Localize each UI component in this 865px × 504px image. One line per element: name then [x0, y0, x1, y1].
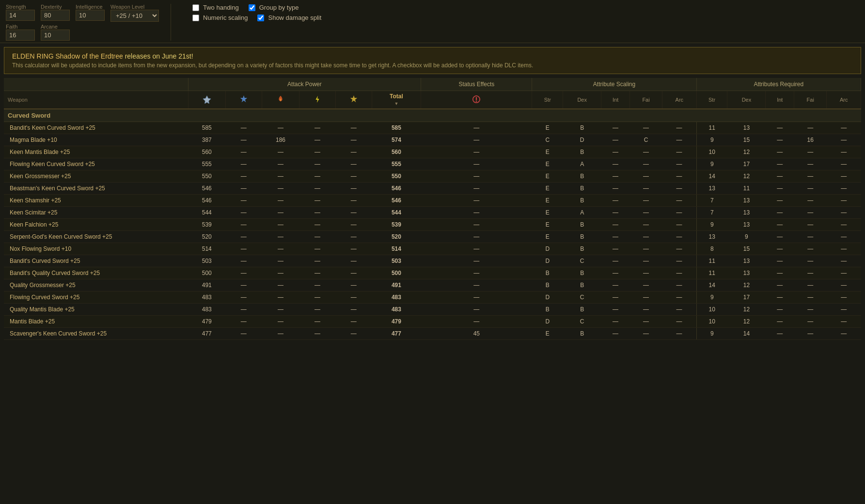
show-damage-split-checkbox-row[interactable]: Show damage split: [257, 14, 321, 21]
req-arc: —: [827, 243, 861, 255]
req-str: 7: [696, 207, 727, 219]
phys-damage: 560: [188, 146, 226, 158]
lght-damage: —: [299, 267, 336, 279]
scaling-dex: B: [563, 267, 601, 279]
req-fai: —: [794, 183, 827, 195]
weapon-name: Scavenger's Keen Curved Sword +25: [4, 328, 188, 340]
req-fai: —: [794, 328, 827, 340]
table-row[interactable]: Flowing Curved Sword +25483————483—DC———…: [4, 291, 861, 304]
phys-damage: 539: [188, 219, 226, 231]
table-row[interactable]: Quality Mantis Blade +25483————483—BB———…: [4, 304, 861, 316]
weapons-table: Attack Power Status Effects Attribute Sc…: [4, 78, 861, 340]
req-int: —: [766, 243, 794, 255]
table-row[interactable]: Serpent-God's Keen Curved Sword +25520——…: [4, 231, 861, 243]
scaling-int: —: [601, 267, 630, 279]
weapon-level-select[interactable]: +25 / +10 +24 / +9 +0 / +0: [110, 10, 159, 22]
mag-damage: —: [226, 207, 262, 219]
table-row[interactable]: Keen Grossmesser +25550————550—EB———1412…: [4, 170, 861, 183]
mag-damage: —: [226, 279, 262, 291]
req-int: —: [766, 219, 794, 231]
dexterity-label: Dexterity: [41, 4, 70, 10]
faith-input[interactable]: [6, 30, 35, 41]
table-row[interactable]: Magma Blade +10387—186——574—CD—C—915—16—: [4, 134, 861, 146]
attack-power-header: Attack Power: [188, 78, 421, 91]
scaling-fai: —: [629, 304, 662, 316]
strength-input[interactable]: [6, 10, 35, 21]
table-row[interactable]: Bandit's Keen Curved Sword +25585————585…: [4, 122, 861, 134]
req-arc: —: [827, 279, 861, 291]
scaling-arc: —: [662, 316, 697, 328]
two-handing-checkbox-row[interactable]: Two handing: [192, 4, 239, 11]
lght-damage: —: [299, 328, 336, 340]
scaling-int: —: [601, 255, 630, 267]
banner-title-suffix: releases on June 21st!: [123, 52, 193, 60]
group-by-type-checkbox[interactable]: [249, 4, 255, 11]
banner-text: This calculator will be updated to inclu…: [12, 62, 853, 69]
dexterity-stat: Dexterity: [41, 4, 70, 22]
table-row[interactable]: Beastman's Keen Curved Sword +25546————5…: [4, 183, 861, 195]
mag-damage: —: [226, 183, 262, 195]
req-int: —: [766, 328, 794, 340]
numeric-scaling-checkbox-row[interactable]: Numeric scaling: [192, 14, 248, 21]
group-by-type-checkbox-row[interactable]: Group by type: [249, 4, 299, 11]
stats-grid: Strength Dexterity Intelligence Weapon L…: [6, 4, 159, 41]
scaling-arc: —: [662, 231, 697, 243]
fire-icon-header: [262, 91, 299, 109]
mag-damage: —: [226, 146, 262, 158]
weapon-col-header[interactable]: Weapon: [4, 91, 188, 109]
req-int: —: [766, 291, 794, 304]
mag-damage: —: [226, 304, 262, 316]
arcane-input[interactable]: [41, 30, 70, 41]
req-str: 8: [696, 243, 727, 255]
table-row[interactable]: Bandit's Curved Sword +25503————503—DC——…: [4, 255, 861, 267]
total-damage: 520: [372, 231, 421, 243]
holy-icon-header: [335, 91, 372, 109]
table-row[interactable]: Keen Shamshir +25546————546—EB———713———: [4, 195, 861, 207]
numeric-scaling-checkbox[interactable]: [192, 15, 199, 21]
table-row[interactable]: Mantis Blade +25479————479—DC———1012———: [4, 316, 861, 328]
scaling-str: E: [532, 170, 563, 183]
lght-damage: —: [299, 122, 336, 134]
mag-damage: —: [226, 134, 262, 146]
req-arc: —: [827, 207, 861, 219]
scaling-str: D: [532, 243, 563, 255]
req-str: 9: [696, 328, 727, 340]
req-int: —: [766, 279, 794, 291]
mag-damage: —: [226, 328, 262, 340]
group-header-row: Attack Power Status Effects Attribute Sc…: [4, 78, 861, 91]
weapon-name: Flowing Curved Sword +25: [4, 291, 188, 304]
show-damage-split-checkbox[interactable]: [257, 15, 264, 21]
total-damage: 477: [372, 328, 421, 340]
fire-damage: —: [262, 183, 299, 195]
req-dex: 12: [727, 304, 766, 316]
fire-damage: —: [262, 316, 299, 328]
scaling-fai: —: [629, 146, 662, 158]
lght-damage: —: [299, 170, 336, 183]
two-handing-checkbox[interactable]: [192, 4, 199, 11]
dexterity-input[interactable]: [41, 10, 70, 21]
req-dex-header: Dex: [727, 91, 766, 109]
req-dex: 13: [727, 195, 766, 207]
table-row[interactable]: Keen Scimitar +25544————544—EA———713———: [4, 207, 861, 219]
req-arc: —: [827, 170, 861, 183]
table-row[interactable]: Quality Grossmesser +25491————491—BB———1…: [4, 279, 861, 291]
svg-point-4: [476, 101, 477, 102]
req-arc: —: [827, 195, 861, 207]
scaling-dex: D: [563, 134, 601, 146]
table-row[interactable]: Keen Mantis Blade +25560————560—EB———101…: [4, 146, 861, 158]
total-col-header[interactable]: Total▼: [372, 91, 421, 109]
table-row[interactable]: Keen Falchion +25539————539—EB———913———: [4, 219, 861, 231]
req-fai: —: [794, 255, 827, 267]
table-row[interactable]: Bandit's Quality Curved Sword +25500————…: [4, 267, 861, 279]
table-row[interactable]: Scavenger's Keen Curved Sword +25477————…: [4, 328, 861, 340]
weapon-name: Bandit's Keen Curved Sword +25: [4, 122, 188, 134]
scaling-str: E: [532, 158, 563, 170]
mag-damage: —: [226, 170, 262, 183]
scaling-int: —: [601, 219, 630, 231]
intelligence-input[interactable]: [76, 10, 105, 21]
table-row[interactable]: Nox Flowing Sword +10514————514—DB———815…: [4, 243, 861, 255]
fire-damage: —: [262, 207, 299, 219]
weapons-table-container: Attack Power Status Effects Attribute Sc…: [0, 78, 865, 340]
table-row[interactable]: Flowing Keen Curved Sword +25555————555—…: [4, 158, 861, 170]
lght-damage: —: [299, 219, 336, 231]
